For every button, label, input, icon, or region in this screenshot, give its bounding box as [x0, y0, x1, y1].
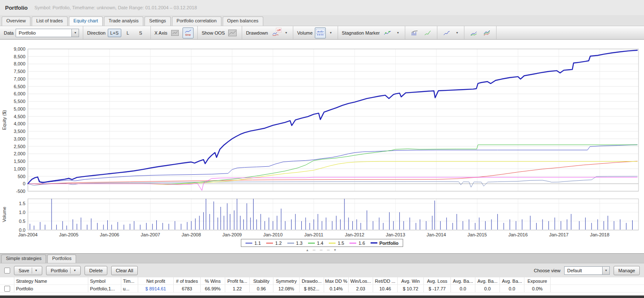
svg-text:7,500: 7,500	[14, 69, 25, 74]
column-header-ret-dd-12[interactable]: Ret/DD ...	[373, 277, 398, 284]
stagnation-caret-icon[interactable]: ▼	[395, 28, 401, 38]
legend-item-1-4[interactable]: 1.4	[308, 241, 323, 246]
svg-text:6,000: 6,000	[14, 91, 25, 96]
table-row[interactable]: PortfolioPortfolio,1...u...$ 8914.616783…	[0, 285, 644, 293]
legend-item-1-5[interactable]: 1.5	[329, 241, 344, 246]
green-line-chart-icon[interactable]	[422, 27, 433, 38]
multi-line-chart-icon[interactable]	[481, 27, 492, 38]
bottom-tab-simple-strategies[interactable]: Simple strategies	[1, 255, 46, 263]
drawdown-caret-icon[interactable]: ▼	[283, 28, 289, 38]
column-header-symmetry-8[interactable]: Symmetry	[273, 277, 300, 284]
button-label: Clear All	[116, 268, 133, 273]
oos-chart-icon	[228, 30, 237, 36]
column-header-net-profit-3[interactable]: Net profit	[138, 277, 174, 284]
choose-view-dropdown[interactable]: Default ▼	[564, 266, 610, 275]
button-divider	[70, 268, 71, 274]
dual-line-chart-icon[interactable]	[468, 27, 479, 38]
show-oos-icon[interactable]	[227, 27, 238, 38]
table-cell-4: 6783	[174, 285, 201, 292]
x-axis-bars-icon[interactable]	[169, 27, 180, 38]
volume-caret-icon[interactable]: ▼	[328, 28, 334, 38]
svg-text:3,500: 3,500	[14, 129, 25, 134]
column-header-avg-ba-17[interactable]: Avg. Ba...	[500, 277, 524, 284]
tab-settings[interactable]: Settings	[145, 16, 171, 26]
dropdown-caret-icon[interactable]: ▼	[71, 29, 79, 37]
column-header-win-los-11[interactable]: Win/Los...	[349, 277, 373, 284]
direction-s-button[interactable]: S	[135, 29, 147, 37]
stagnation-marker-label: Stagnation Marker	[342, 30, 380, 35]
tab-portfolio-correlation[interactable]: Portfolio correlation	[172, 16, 221, 26]
column-header-exposure-18[interactable]: Exposure	[524, 277, 551, 284]
clear-all-button[interactable]: Clear All	[111, 266, 138, 275]
panel-splitter[interactable]: ▴ ─ ─ ─ ▾	[0, 248, 644, 252]
manage-button[interactable]: Manage	[614, 266, 640, 275]
direction-lpluss-button[interactable]: L+S	[108, 29, 121, 37]
column-header-tim-2[interactable]: Tim...	[121, 277, 138, 284]
tab-trade-analysis[interactable]: Trade analysis	[104, 16, 143, 26]
legend-swatch	[287, 243, 294, 244]
volume-label: Volume	[297, 30, 313, 35]
blue-curve-icon	[443, 30, 450, 36]
stagnation-marker-icon[interactable]	[382, 27, 393, 38]
column-header-max-dd-10[interactable]: Max DD %	[324, 277, 349, 284]
volume-icon[interactable]: auto	[315, 27, 326, 38]
dropdown-caret-icon[interactable]: ▼	[602, 267, 609, 274]
line-style-caret-icon[interactable]: ▼	[454, 28, 460, 38]
drawdown-icon[interactable]: off	[270, 27, 281, 38]
svg-text:2,000: 2,000	[14, 151, 25, 156]
svg-text:3,000: 3,000	[14, 136, 25, 141]
svg-text:9,000: 9,000	[14, 46, 25, 51]
svg-text:-500: -500	[16, 189, 25, 194]
line-chart-icon[interactable]	[441, 27, 452, 38]
legend-swatch	[308, 243, 315, 244]
equity-volume-chart[interactable]: Jan-2004Jan-2005Jan-2006Jan-2007Jan-2008…	[0, 40, 644, 253]
drawdown-off-badge: off	[276, 28, 281, 33]
legend-label: 1.1	[254, 241, 261, 246]
legend-item-1-1[interactable]: 1.1	[246, 241, 261, 246]
column-header-profit-fa-6[interactable]: Profit fa...	[225, 277, 250, 284]
dropdown-caret-icon[interactable]: ▼	[73, 269, 76, 272]
data-dropdown[interactable]: Portfolio ▼	[16, 29, 79, 37]
toolbar-group-chart-styles	[405, 26, 437, 39]
delete-button[interactable]: Delete	[85, 266, 107, 275]
tab-open-balances[interactable]: Open balances	[223, 16, 263, 26]
column-header-avg-ba-15[interactable]: Avg. Ba...	[451, 277, 475, 284]
svg-text:0.5: 0.5	[19, 219, 25, 224]
direction-l-button[interactable]: L	[122, 29, 134, 37]
column-header-wins-5[interactable]: % Wins	[201, 277, 225, 284]
choose-view-group: Choose view Default ▼ Manage	[534, 266, 640, 275]
svg-text:1,500: 1,500	[14, 159, 25, 164]
tab-equity-chart[interactable]: Equity chart	[69, 16, 103, 26]
column-header-avg-loss-14[interactable]: Avg. Loss	[424, 277, 451, 284]
column-header-stability-7[interactable]: Stability	[250, 277, 273, 284]
portfolio-button[interactable]: Portfolio▼	[46, 266, 81, 275]
bottom-tab-portfolios[interactable]: Portfolios	[47, 255, 76, 263]
select-all-checkbox[interactable]	[4, 268, 10, 274]
save-button[interactable]: Save▼	[14, 266, 42, 275]
legend-item-1-2[interactable]: 1.2	[266, 241, 281, 246]
table-cell-2: u...	[121, 285, 138, 292]
legend-item-portfolio[interactable]: Portfolio	[371, 241, 398, 246]
column-header-symbol-1[interactable]: Symbol	[88, 277, 121, 284]
table-cell-8: 12.08%	[273, 285, 300, 292]
legend-item-1-3[interactable]: 1.3	[287, 241, 303, 246]
histogram-chart-icon[interactable]	[409, 27, 420, 38]
window-bottom-edge	[0, 295, 644, 298]
column-header-of-trades-4[interactable]: # of trades	[174, 277, 201, 284]
column-header-strategy-name-0[interactable]: Strategy Name	[14, 277, 88, 284]
legend-swatch	[349, 243, 356, 244]
tab-overview[interactable]: Overview	[2, 16, 30, 26]
drawdown-label: Drawdown	[246, 30, 268, 35]
column-header-avg-ba-16[interactable]: Avg. Ba...	[475, 277, 500, 284]
row-checkbox[interactable]	[4, 286, 10, 292]
tab-list-of-trades[interactable]: List of trades	[32, 16, 68, 26]
dropdown-caret-icon[interactable]: ▼	[35, 269, 38, 272]
chart-toolbar: Data Portfolio ▼ Direction L+SLS X Axis …	[0, 26, 644, 40]
column-header-drawdo-9[interactable]: Drawdo...	[300, 277, 324, 284]
time-caption: time	[186, 33, 191, 36]
legend-item-1-6[interactable]: 1.6	[349, 241, 365, 246]
table-body: PortfolioPortfolio,1...u...$ 8914.616783…	[0, 285, 644, 293]
column-header-avg-win-13[interactable]: Avg. Win	[398, 277, 424, 284]
x-axis-time-icon[interactable]: time	[183, 27, 194, 38]
time-axis-icon	[184, 29, 192, 33]
